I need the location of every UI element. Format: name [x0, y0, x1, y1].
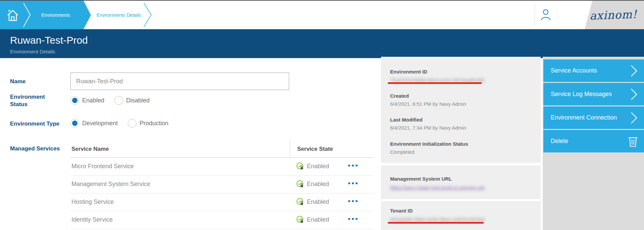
service-name-cell: Management System Service	[71, 181, 150, 188]
topbar-divider	[535, 4, 535, 26]
service-name-cell: Identity Service	[71, 216, 113, 223]
delete-button[interactable]: Delete	[543, 130, 644, 152]
enabled-lock-status-icon	[296, 198, 304, 206]
page-title: Ruwan-Test-Prod	[10, 35, 88, 46]
environment-type-radio-row: Development Production	[70, 119, 178, 128]
breadcrumb-home[interactable]	[7, 8, 19, 23]
service-name-cell: Micro Frontend Service	[71, 163, 134, 170]
breadcrumb-end-chevron	[142, 1, 154, 29]
red-underline-annotation	[388, 82, 482, 84]
table-row: Micro Frontend Service Enabled	[70, 158, 374, 176]
service-state-text: Enabled	[307, 198, 329, 205]
radio-button-unselected[interactable]	[128, 119, 137, 128]
created-label: Created	[390, 93, 409, 99]
created-value: 6/4/2021, 6:51 PM by Navy Admin	[390, 101, 466, 107]
environment-id-label: Environment ID	[390, 69, 427, 75]
chevron-right-icon	[630, 88, 638, 101]
action-button-label: Delete	[551, 138, 568, 145]
radio-option-label: Disabled	[126, 97, 150, 104]
environment-type-label: Environment Type	[10, 120, 64, 128]
breadcrumb-item-environments-details[interactable]: Environments Details	[97, 1, 141, 29]
enabled-lock-status-icon	[296, 216, 304, 224]
last-modified-value: 6/4/2021, 7:34 PM by Navy Admin	[390, 125, 466, 131]
radio-option-enabled[interactable]: Enabled	[70, 96, 104, 105]
service-state-cell: Enabled	[296, 180, 329, 188]
radio-option-label: Enabled	[82, 97, 104, 104]
column-header-service-name: Service Name	[71, 146, 109, 152]
breadcrumb-separator-chevron	[22, 1, 32, 29]
tenant-id-label: Tenant ID	[390, 208, 413, 214]
radio-button-selected[interactable]	[70, 96, 79, 105]
managed-services-table: Service Name Service State Micro Fronten…	[70, 138, 374, 230]
environment-initialization-status-value: Completed	[390, 149, 415, 155]
table-row: Management System Service Enabled	[70, 176, 374, 193]
environment-details-page: Environments Environments Details axinom…	[0, 0, 644, 230]
tenant-id-value: 000ada85-5bb5-4330-9ba2-44520c052f4d	[390, 217, 485, 222]
axinom-logo: axinom!	[590, 8, 638, 22]
management-system-url-link[interactable]: https://serv-ruwan-test-prod.eu.axinom.n…	[390, 185, 485, 190]
service-state-cell: Enabled	[296, 198, 329, 206]
page-subtitle: Environment Details	[10, 49, 55, 54]
radio-option-disabled[interactable]: Disabled	[114, 96, 150, 105]
row-actions-ellipsis-icon[interactable]	[348, 165, 358, 167]
radio-option-development[interactable]: Development	[70, 119, 118, 128]
details-panel-tenant: Tenant ID 000ada85-5bb5-4330-9ba2-44520c…	[381, 201, 541, 230]
row-divider	[70, 229, 374, 229]
management-system-url-label: Management System URL	[390, 176, 452, 182]
name-input[interactable]	[70, 73, 289, 90]
user-profile-button[interactable]	[540, 9, 551, 22]
column-divider	[290, 139, 290, 157]
environment-initialization-status-label: Environment Initialization Status	[390, 141, 468, 147]
service-state-cell: Enabled	[296, 162, 329, 170]
user-icon	[540, 9, 551, 21]
brand-logo-area: axinom!	[583, 1, 644, 29]
service-accounts-button[interactable]: Service Accounts	[543, 59, 644, 82]
page-header: Ruwan-Test-Prod Environment Details	[0, 29, 644, 58]
environment-status-label: Environment Status	[10, 93, 64, 108]
service-state-cell: Enabled	[296, 216, 329, 224]
row-actions-ellipsis-icon[interactable]	[348, 200, 358, 202]
breadcrumb-item-environments[interactable]: Environments	[32, 1, 79, 29]
details-panel-main: Environment ID 7bae032d-6b8d-46cd-a161-0…	[381, 57, 541, 163]
row-actions-ellipsis-icon[interactable]	[348, 218, 358, 220]
service-state-text: Enabled	[307, 216, 329, 223]
table-row: Hosting Service Enabled	[70, 193, 374, 211]
managed-services-label: Managed Services	[10, 145, 70, 152]
enabled-lock-status-icon	[296, 180, 304, 188]
action-button-label: Service Log Messages	[551, 91, 612, 98]
breadcrumb-item-label: Environments Details	[97, 12, 141, 18]
top-navigation-bar: Environments Environments Details axinom…	[0, 1, 644, 29]
row-actions-ellipsis-icon[interactable]	[348, 182, 358, 184]
details-panel-url: Management System URL https://serv-ruwan…	[381, 166, 541, 199]
environment-connection-button[interactable]: Environment Connection	[543, 106, 644, 129]
column-header-service-state: Service State	[297, 146, 333, 152]
red-underline-annotation	[388, 222, 484, 224]
name-field-label: Name	[10, 78, 64, 85]
trash-icon	[628, 136, 638, 147]
environment-status-radio-row: Enabled Disabled	[70, 96, 160, 105]
breadcrumb-arrow-tip	[84, 1, 91, 29]
radio-button-unselected[interactable]	[114, 96, 123, 105]
last-modified-label: Last Modified	[390, 117, 423, 123]
radio-option-production[interactable]: Production	[128, 119, 168, 128]
radio-option-label: Development	[82, 120, 118, 127]
table-row: Identity Service Enabled	[70, 211, 374, 229]
chevron-right-icon	[630, 64, 638, 78]
chevron-right-icon	[630, 111, 638, 125]
home-icon	[7, 8, 19, 22]
radio-button-selected[interactable]	[70, 119, 79, 128]
enabled-lock-status-icon	[296, 162, 304, 170]
service-name-cell: Hosting Service	[71, 198, 114, 205]
action-button-label: Service Accounts	[551, 67, 597, 74]
service-state-text: Enabled	[307, 163, 329, 170]
breadcrumb-item-label: Environments	[41, 12, 70, 18]
service-state-text: Enabled	[307, 181, 329, 188]
radio-option-label: Production	[140, 120, 168, 127]
action-button-label: Environment Connection	[551, 114, 617, 121]
service-log-messages-button[interactable]: Service Log Messages	[543, 83, 644, 105]
